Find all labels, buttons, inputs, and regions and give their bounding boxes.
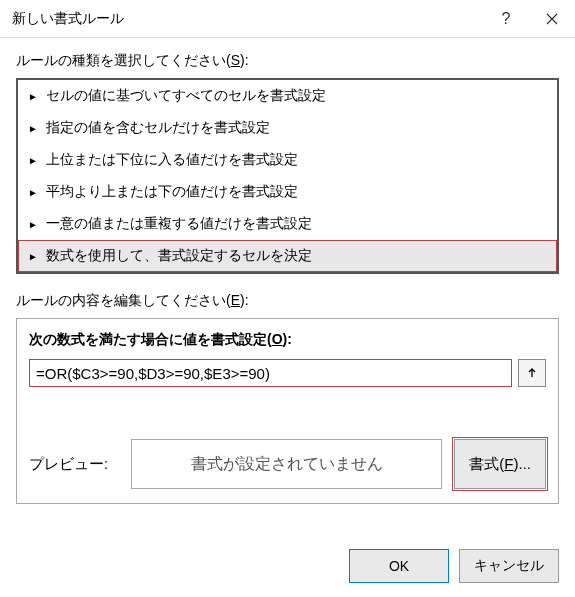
dialog-footer: OK キャンセル (0, 549, 575, 597)
rule-item-3[interactable]: ►平均より上または下の値だけを書式設定 (18, 176, 557, 208)
rule-item-1[interactable]: ►指定の値を含むセルだけを書式設定 (18, 112, 557, 144)
arrow-icon: ► (28, 251, 38, 262)
collapse-dialog-button[interactable] (518, 359, 546, 387)
arrow-icon: ► (28, 187, 38, 198)
format-button[interactable]: 書式(F)... (454, 439, 546, 489)
rule-item-2[interactable]: ►上位または下位に入る値だけを書式設定 (18, 144, 557, 176)
cancel-button[interactable]: キャンセル (459, 549, 559, 583)
dialog-content: ルールの種類を選択してください(S): ►セルの値に基づいてすべてのセルを書式設… (0, 38, 575, 549)
ok-button[interactable]: OK (349, 549, 449, 583)
formula-label: 次の数式を満たす場合に値を書式設定(O): (29, 331, 546, 349)
close-button[interactable] (529, 0, 575, 38)
edit-rule-box: 次の数式を満たす場合に値を書式設定(O): プレビュー: 書式が設定されていませ… (16, 318, 559, 504)
formula-row (29, 359, 546, 387)
rule-item-5[interactable]: ►数式を使用して、書式設定するセルを決定 (18, 240, 557, 272)
collapse-icon (526, 367, 538, 379)
preview-label: プレビュー: (29, 455, 119, 474)
new-format-rule-dialog: 新しい書式ルール ? ルールの種類を選択してください(S): ►セルの値に基づい… (0, 0, 575, 597)
preview-box: 書式が設定されていません (131, 439, 442, 489)
formula-input[interactable] (29, 359, 512, 387)
close-icon (546, 13, 558, 25)
arrow-icon: ► (28, 123, 38, 134)
rule-type-label: ルールの種類を選択してください(S): (16, 52, 559, 70)
titlebar: 新しい書式ルール ? (0, 0, 575, 38)
preview-row: プレビュー: 書式が設定されていません 書式(F)... (29, 439, 546, 489)
rule-item-0[interactable]: ►セルの値に基づいてすべてのセルを書式設定 (18, 80, 557, 112)
help-button[interactable]: ? (483, 0, 529, 38)
arrow-icon: ► (28, 219, 38, 230)
arrow-icon: ► (28, 91, 38, 102)
rule-type-list[interactable]: ►セルの値に基づいてすべてのセルを書式設定 ►指定の値を含むセルだけを書式設定 … (16, 78, 559, 274)
edit-rule-label: ルールの内容を編集してください(E): (16, 292, 559, 310)
arrow-icon: ► (28, 155, 38, 166)
rule-item-4[interactable]: ►一意の値または重複する値だけを書式設定 (18, 208, 557, 240)
dialog-title: 新しい書式ルール (12, 10, 483, 28)
